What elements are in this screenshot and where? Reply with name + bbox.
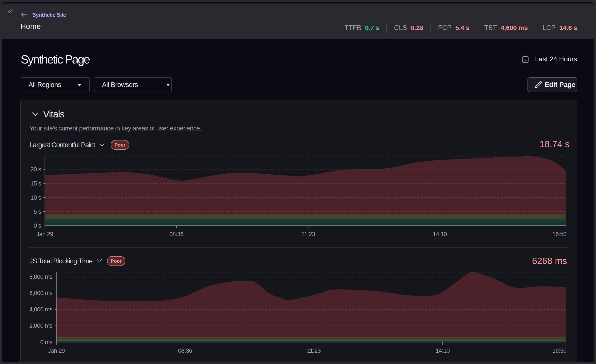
svg-text:4,000 ms: 4,000 ms [29, 306, 52, 313]
svg-text:0 ms: 0 ms [40, 339, 52, 346]
svg-text:16:50: 16:50 [552, 231, 566, 238]
svg-text:0 s: 0 s [34, 223, 41, 229]
svg-text:Jan 29: Jan 29 [48, 348, 65, 354]
svg-text:08:36: 08:36 [170, 231, 184, 238]
svg-text:11:23: 11:23 [307, 348, 321, 354]
svg-text:15 s: 15 s [30, 180, 41, 187]
svg-text:14:10: 14:10 [436, 348, 450, 354]
svg-text:Jan 29: Jan 29 [36, 231, 53, 238]
svg-text:16:50: 16:50 [552, 348, 566, 354]
svg-text:2,000 ms: 2,000 ms [29, 322, 52, 329]
svg-text:6,000 ms: 6,000 ms [29, 290, 52, 296]
svg-text:20 s: 20 s [30, 166, 41, 173]
svg-text:08:36: 08:36 [178, 348, 192, 354]
svg-text:11:23: 11:23 [301, 231, 315, 238]
svg-text:10 s: 10 s [30, 194, 41, 201]
svg-text:8,000 ms: 8,000 ms [29, 274, 52, 280]
svg-text:5 s: 5 s [34, 208, 41, 215]
svg-text:14:10: 14:10 [433, 231, 447, 238]
